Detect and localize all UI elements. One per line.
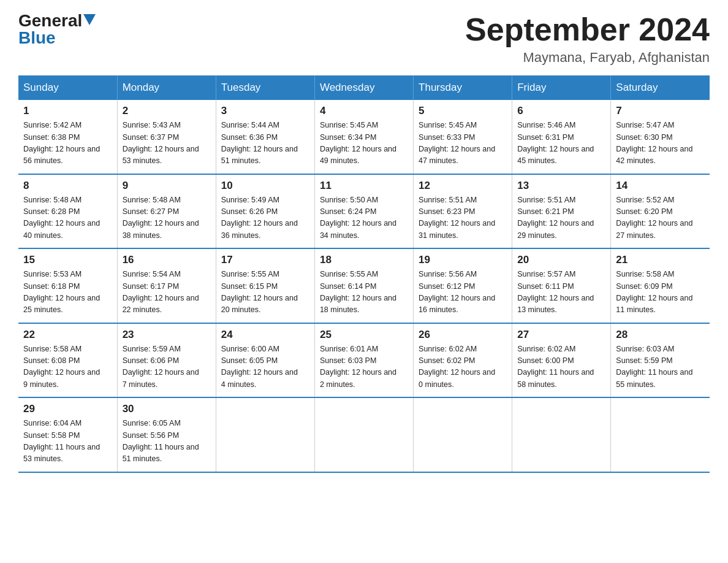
calendar-day-cell: 6Sunrise: 5:46 AMSunset: 6:31 PMDaylight… bbox=[512, 100, 611, 174]
col-thursday: Thursday bbox=[414, 75, 512, 100]
col-monday: Monday bbox=[117, 75, 216, 100]
day-info: Sunrise: 6:00 AMSunset: 6:05 PMDaylight:… bbox=[221, 343, 309, 391]
day-info: Sunrise: 5:58 AMSunset: 6:09 PMDaylight:… bbox=[616, 269, 705, 316]
col-wednesday: Wednesday bbox=[314, 75, 413, 100]
title-section: September 2024 Maymana, Faryab, Afghanis… bbox=[465, 12, 710, 66]
calendar-day-cell bbox=[611, 397, 710, 472]
calendar-day-cell: 18Sunrise: 5:55 AMSunset: 6:14 PMDayligh… bbox=[314, 248, 413, 323]
day-info: Sunrise: 6:02 AMSunset: 6:00 PMDaylight:… bbox=[517, 343, 605, 391]
calendar-week-row: 8Sunrise: 5:48 AMSunset: 6:28 PMDaylight… bbox=[18, 174, 710, 249]
day-number: 10 bbox=[221, 180, 309, 192]
day-number: 19 bbox=[419, 254, 507, 266]
day-number: 27 bbox=[517, 329, 605, 341]
day-number: 22 bbox=[23, 329, 112, 341]
day-info: Sunrise: 5:45 AMSunset: 6:34 PMDaylight:… bbox=[320, 120, 408, 167]
calendar-day-cell: 24Sunrise: 6:00 AMSunset: 6:05 PMDayligh… bbox=[216, 323, 314, 398]
calendar-day-cell: 17Sunrise: 5:55 AMSunset: 6:15 PMDayligh… bbox=[216, 248, 314, 323]
logo-triangle-icon bbox=[83, 14, 96, 25]
day-number: 26 bbox=[419, 329, 507, 341]
day-info: Sunrise: 5:42 AMSunset: 6:38 PMDaylight:… bbox=[23, 120, 112, 167]
day-info: Sunrise: 5:44 AMSunset: 6:36 PMDaylight:… bbox=[221, 120, 309, 167]
day-number: 3 bbox=[221, 105, 309, 117]
day-number: 13 bbox=[517, 180, 605, 192]
calendar-day-cell: 16Sunrise: 5:54 AMSunset: 6:17 PMDayligh… bbox=[117, 248, 216, 323]
calendar-table: Sunday Monday Tuesday Wednesday Thursday… bbox=[18, 75, 710, 473]
calendar-day-cell: 2Sunrise: 5:43 AMSunset: 6:37 PMDaylight… bbox=[117, 100, 216, 174]
day-info: Sunrise: 5:55 AMSunset: 6:14 PMDaylight:… bbox=[320, 269, 408, 316]
calendar-week-row: 22Sunrise: 5:58 AMSunset: 6:08 PMDayligh… bbox=[18, 323, 710, 398]
day-number: 18 bbox=[320, 254, 408, 266]
day-info: Sunrise: 5:55 AMSunset: 6:15 PMDaylight:… bbox=[221, 269, 309, 316]
day-info: Sunrise: 5:49 AMSunset: 6:26 PMDaylight:… bbox=[221, 194, 309, 242]
col-sunday: Sunday bbox=[18, 75, 117, 100]
calendar-day-cell: 30Sunrise: 6:05 AMSunset: 5:56 PMDayligh… bbox=[117, 397, 216, 472]
calendar-day-cell bbox=[314, 397, 413, 472]
calendar-day-cell: 4Sunrise: 5:45 AMSunset: 6:34 PMDaylight… bbox=[314, 100, 413, 174]
day-info: Sunrise: 5:45 AMSunset: 6:33 PMDaylight:… bbox=[419, 120, 507, 167]
calendar-day-cell: 28Sunrise: 6:03 AMSunset: 5:59 PMDayligh… bbox=[611, 323, 710, 398]
day-number: 21 bbox=[616, 254, 705, 266]
calendar-day-cell bbox=[414, 397, 512, 472]
calendar-day-cell: 29Sunrise: 6:04 AMSunset: 5:58 PMDayligh… bbox=[18, 397, 117, 472]
day-number: 1 bbox=[23, 105, 112, 117]
calendar-day-cell: 23Sunrise: 5:59 AMSunset: 6:06 PMDayligh… bbox=[117, 323, 216, 398]
col-saturday: Saturday bbox=[611, 75, 710, 100]
month-title: September 2024 bbox=[465, 12, 710, 47]
day-number: 24 bbox=[221, 329, 309, 341]
day-number: 15 bbox=[23, 254, 112, 266]
calendar-day-cell: 11Sunrise: 5:50 AMSunset: 6:24 PMDayligh… bbox=[314, 174, 413, 249]
day-number: 17 bbox=[221, 254, 309, 266]
logo-general-text: General bbox=[18, 12, 82, 29]
day-number: 2 bbox=[123, 105, 211, 117]
calendar-day-cell: 5Sunrise: 5:45 AMSunset: 6:33 PMDaylight… bbox=[414, 100, 512, 174]
day-number: 23 bbox=[123, 329, 211, 341]
calendar-day-cell: 25Sunrise: 6:01 AMSunset: 6:03 PMDayligh… bbox=[314, 323, 413, 398]
day-info: Sunrise: 5:46 AMSunset: 6:31 PMDaylight:… bbox=[517, 120, 605, 167]
day-info: Sunrise: 5:54 AMSunset: 6:17 PMDaylight:… bbox=[123, 269, 211, 316]
calendar-week-row: 15Sunrise: 5:53 AMSunset: 6:18 PMDayligh… bbox=[18, 248, 710, 323]
calendar-day-cell: 19Sunrise: 5:56 AMSunset: 6:12 PMDayligh… bbox=[414, 248, 512, 323]
day-info: Sunrise: 5:50 AMSunset: 6:24 PMDaylight:… bbox=[320, 194, 408, 242]
page-header: General Blue September 2024 Maymana, Far… bbox=[18, 12, 710, 66]
day-info: Sunrise: 5:56 AMSunset: 6:12 PMDaylight:… bbox=[419, 269, 507, 316]
day-number: 30 bbox=[123, 403, 211, 415]
day-info: Sunrise: 5:52 AMSunset: 6:20 PMDaylight:… bbox=[616, 194, 705, 242]
day-info: Sunrise: 6:03 AMSunset: 5:59 PMDaylight:… bbox=[616, 343, 705, 391]
calendar-day-cell: 10Sunrise: 5:49 AMSunset: 6:26 PMDayligh… bbox=[216, 174, 314, 249]
calendar-week-row: 1Sunrise: 5:42 AMSunset: 6:38 PMDaylight… bbox=[18, 100, 710, 174]
calendar-day-cell: 8Sunrise: 5:48 AMSunset: 6:28 PMDaylight… bbox=[18, 174, 117, 249]
calendar-day-cell: 22Sunrise: 5:58 AMSunset: 6:08 PMDayligh… bbox=[18, 323, 117, 398]
svg-marker-0 bbox=[83, 14, 96, 25]
day-number: 6 bbox=[517, 105, 605, 117]
day-info: Sunrise: 6:04 AMSunset: 5:58 PMDaylight:… bbox=[23, 418, 112, 465]
day-info: Sunrise: 5:43 AMSunset: 6:37 PMDaylight:… bbox=[123, 120, 211, 167]
day-number: 14 bbox=[616, 180, 705, 192]
day-info: Sunrise: 5:53 AMSunset: 6:18 PMDaylight:… bbox=[23, 269, 112, 316]
day-number: 4 bbox=[320, 105, 408, 117]
calendar-day-cell: 12Sunrise: 5:51 AMSunset: 6:23 PMDayligh… bbox=[414, 174, 512, 249]
header-row: Sunday Monday Tuesday Wednesday Thursday… bbox=[18, 75, 710, 100]
day-info: Sunrise: 6:02 AMSunset: 6:02 PMDaylight:… bbox=[419, 343, 507, 391]
day-number: 28 bbox=[616, 329, 705, 341]
day-number: 11 bbox=[320, 180, 408, 192]
day-info: Sunrise: 6:05 AMSunset: 5:56 PMDaylight:… bbox=[123, 418, 211, 465]
day-number: 7 bbox=[616, 105, 705, 117]
calendar-week-row: 29Sunrise: 6:04 AMSunset: 5:58 PMDayligh… bbox=[18, 397, 710, 472]
calendar-day-cell bbox=[512, 397, 611, 472]
calendar-day-cell bbox=[216, 397, 314, 472]
calendar-header: Sunday Monday Tuesday Wednesday Thursday… bbox=[18, 75, 710, 100]
day-info: Sunrise: 5:58 AMSunset: 6:08 PMDaylight:… bbox=[23, 343, 112, 391]
calendar-day-cell: 13Sunrise: 5:51 AMSunset: 6:21 PMDayligh… bbox=[512, 174, 611, 249]
day-info: Sunrise: 6:01 AMSunset: 6:03 PMDaylight:… bbox=[320, 343, 408, 391]
col-friday: Friday bbox=[512, 75, 611, 100]
day-number: 29 bbox=[23, 403, 112, 415]
calendar-body: 1Sunrise: 5:42 AMSunset: 6:38 PMDaylight… bbox=[18, 100, 710, 472]
calendar-day-cell: 20Sunrise: 5:57 AMSunset: 6:11 PMDayligh… bbox=[512, 248, 611, 323]
logo: General Blue bbox=[18, 12, 96, 47]
day-info: Sunrise: 5:48 AMSunset: 6:28 PMDaylight:… bbox=[23, 194, 112, 242]
location-text: Maymana, Faryab, Afghanistan bbox=[465, 50, 710, 66]
calendar-day-cell: 9Sunrise: 5:48 AMSunset: 6:27 PMDaylight… bbox=[117, 174, 216, 249]
day-info: Sunrise: 5:51 AMSunset: 6:23 PMDaylight:… bbox=[419, 194, 507, 242]
calendar-day-cell: 27Sunrise: 6:02 AMSunset: 6:00 PMDayligh… bbox=[512, 323, 611, 398]
day-number: 9 bbox=[123, 180, 211, 192]
